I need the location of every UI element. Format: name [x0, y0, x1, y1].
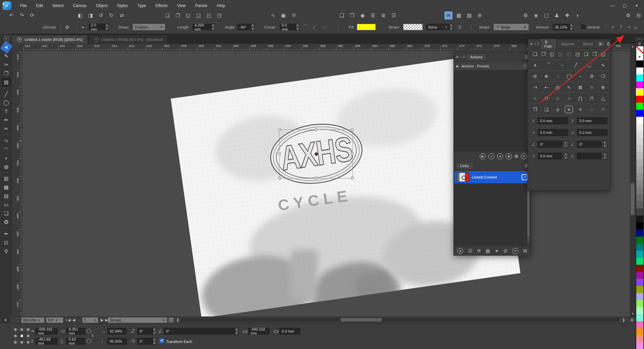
convert-icon[interactable]: ℗ — [290, 11, 298, 19]
path-value-field[interactable]: 0.0 mm — [538, 153, 562, 159]
swatch-#00a9b0[interactable] — [636, 251, 643, 258]
swatch-list-icon[interactable]: ☰ — [638, 42, 641, 46]
align-right-edge-icon[interactable]: ⊣ — [627, 24, 630, 30]
unite-icon[interactable]: ❑ — [163, 11, 171, 19]
swatch-#b8b8b8[interactable] — [636, 152, 643, 159]
glyphs-icon[interactable]: ◉ — [359, 11, 367, 19]
handle-middle-left[interactable] — [278, 152, 281, 155]
pencil-tool[interactable]: ✏ — [2, 116, 11, 124]
dashed-frame-icon[interactable]: ▢ — [542, 11, 550, 19]
play-action-button[interactable]: ▶ — [480, 153, 486, 159]
tab-close-icon[interactable]: ✕ — [94, 37, 99, 42]
swatch-#a110a0[interactable] — [636, 272, 643, 279]
scale-x-field[interactable]: 92.94% — [107, 328, 127, 335]
zoom-tool[interactable]: ⚲ — [2, 247, 11, 256]
panel-drag-icon[interactable]: ‖ — [463, 55, 465, 59]
triangulate-icon[interactable]: △ — [599, 95, 607, 102]
swatch-#dedede[interactable] — [636, 131, 643, 138]
rotation-field[interactable]: 0° — [164, 328, 235, 335]
update-link-button[interactable]: ⟳ — [477, 248, 481, 253]
fill-swatch[interactable] — [357, 24, 376, 30]
swatch-#9e9e9e[interactable] — [636, 166, 643, 173]
add-action-button[interactable]: ＋ — [488, 153, 494, 159]
zoom-level-select[interactable]: 693.43%▼ — [21, 317, 44, 323]
horizontal-scroll-thumb[interactable] — [341, 318, 382, 321]
duplicate-path-icon[interactable]: ❐ — [531, 106, 539, 113]
exclude-icon[interactable]: ◲ — [556, 50, 565, 58]
stroke-width-stepper[interactable] — [449, 24, 453, 30]
whirl-icon[interactable]: ⊛ — [476, 11, 484, 19]
scribble-tool[interactable]: ∿ — [2, 136, 11, 145]
dropper-tool[interactable]: ✒ — [2, 230, 11, 238]
blob-icon[interactable]: ◗ — [574, 11, 582, 19]
warp-shape-select[interactable]: ◠Bulge▼ — [494, 24, 529, 30]
swatch-#000000[interactable] — [636, 60, 643, 67]
first-page-button[interactable]: ❘◀ — [65, 317, 70, 323]
gradient-tool[interactable]: ▥ — [2, 174, 11, 183]
swatch-none[interactable] — [636, 46, 643, 53]
bridge-icon[interactable]: ⊓ — [542, 95, 550, 102]
tab-path[interactable]: ⇅ Path — [540, 39, 556, 49]
s-curve-icon[interactable]: ∿ — [599, 61, 607, 69]
mask-icon[interactable]: ◉ — [554, 106, 562, 113]
swatch-#161616[interactable] — [636, 215, 643, 222]
path-value-field[interactable] — [577, 153, 601, 159]
swatch-#96a40c[interactable] — [636, 286, 643, 293]
exclude-icon[interactable]: ◲ — [195, 11, 203, 19]
badge-icon[interactable]: ❖ — [563, 11, 571, 19]
y-position-field[interactable]: -451.68 mm — [36, 338, 58, 345]
menu-select[interactable]: Select — [48, 3, 68, 8]
swatch-#c5c5c5[interactable] — [636, 145, 643, 152]
goto-link-button[interactable]: ❯ — [457, 248, 463, 254]
dock-close-icon[interactable]: ⊗ — [530, 42, 533, 46]
weld-icon[interactable]: ⋂ — [576, 95, 584, 102]
text-tool[interactable]: T — [2, 107, 11, 116]
ruler-corner[interactable] — [12, 44, 22, 51]
frame-tool[interactable]: ▭ — [2, 200, 11, 209]
toolbar-close-icon[interactable]: ✕ — [3, 36, 9, 42]
length-stepper[interactable] — [211, 24, 215, 30]
minimize-button[interactable]: — — [606, 1, 619, 11]
proportional-width-icon[interactable]: ◯ — [87, 328, 92, 333]
pucker-icon[interactable]: ⚙ — [522, 11, 530, 19]
height-field[interactable]: 5.62 mm — [66, 338, 85, 345]
menu-styles[interactable]: Styles — [112, 3, 133, 8]
panel-collapse-icon[interactable]: » — [460, 55, 462, 59]
connect-icon[interactable]: ∩ — [565, 95, 573, 102]
new-doc-icon[interactable]: ❏ — [338, 11, 346, 19]
bevel-corner-icon[interactable]: ⟋ — [313, 24, 316, 30]
menu-type[interactable]: Type — [132, 3, 151, 8]
tab-overflow-icon[interactable]: ▶ — [598, 41, 604, 46]
scale-y-field[interactable]: 95.05% — [107, 338, 127, 345]
flip-horizontal-icon[interactable]: ◧ — [76, 11, 84, 19]
tab-alignme[interactable]: Alignme — [557, 41, 579, 47]
scroll-up-icon[interactable]: ▲ — [630, 44, 635, 49]
prev-page-button[interactable]: ◀ — [71, 317, 76, 323]
open-path-icon[interactable]: ◎ — [554, 84, 562, 91]
curve-segment-icon[interactable]: ◡ — [585, 61, 593, 69]
path-value-field[interactable]: 0.0 mm — [538, 117, 568, 124]
swatch-#f28eec[interactable] — [636, 342, 643, 349]
dock-collapse-icon[interactable]: » — [534, 42, 536, 46]
reverse-path-icon[interactable]: ⊘ — [588, 72, 596, 80]
subtract-icon[interactable]: ❒ — [539, 50, 547, 58]
tab-close-icon[interactable]: ✕ — [17, 37, 22, 42]
embed-image-button[interactable]: ▨ — [486, 248, 490, 253]
external-link-icon[interactable]: ↗ — [522, 174, 528, 180]
page-number-select[interactable]: 1▼ — [83, 317, 98, 323]
shield-icon[interactable]: ◈ — [532, 11, 540, 19]
path-start-icon[interactable]: ⇢ — [531, 84, 539, 91]
reference-size-stepper[interactable] — [105, 24, 109, 30]
menu-help[interactable]: Help — [212, 3, 230, 8]
reference-size-field[interactable]: 2.0 mm — [89, 24, 105, 30]
handle-top-left[interactable] — [278, 128, 281, 131]
link-item-row[interactable]: Linked Content ↗ — [454, 171, 530, 183]
last-page-button[interactable]: ▶❘ — [105, 317, 111, 323]
skew-x-field[interactable]: 0° — [137, 328, 153, 335]
document-settings-icon[interactable]: ⚙ — [624, 11, 632, 19]
more-options-icon[interactable]: ⋯ — [323, 24, 327, 30]
expand-triangle-icon[interactable]: ▶ — [457, 64, 459, 68]
handle-middle-right[interactable] — [351, 152, 354, 155]
line-segment-icon[interactable]: ╱ — [572, 61, 580, 69]
selection-center-point[interactable] — [315, 152, 318, 156]
